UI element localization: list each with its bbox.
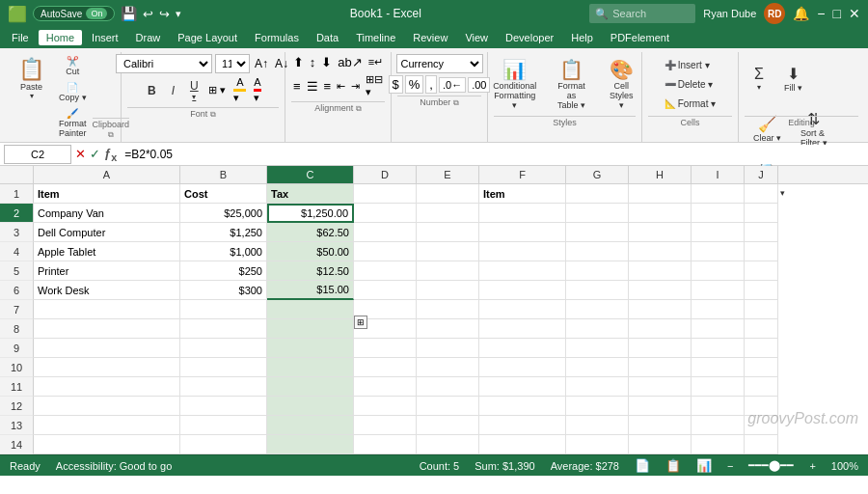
row-num-9[interactable]: 9 — [0, 339, 34, 358]
cell-E2[interactable] — [417, 204, 479, 223]
menu-help[interactable]: Help — [563, 30, 601, 45]
font-name-select[interactable]: Calibri — [116, 54, 212, 73]
cell-reference-input[interactable] — [4, 145, 71, 164]
cell-E5[interactable] — [417, 261, 479, 281]
cell-I11[interactable] — [692, 377, 745, 397]
cell-F13[interactable] — [479, 416, 566, 435]
fill-button[interactable]: ⬇ Fill ▾ — [775, 54, 811, 102]
col-header-B[interactable]: B — [180, 166, 267, 183]
comma-icon[interactable]: , — [425, 75, 437, 94]
cell-F14[interactable] — [479, 435, 566, 454]
cell-F9[interactable] — [479, 339, 566, 358]
menu-formulas[interactable]: Formulas — [247, 30, 307, 45]
fill-handle-popup[interactable]: ⊞ — [354, 316, 367, 329]
cell-H14[interactable] — [629, 435, 692, 454]
cell-D14[interactable] — [354, 435, 417, 454]
ribbon-toggle-icon[interactable]: 🔔 — [793, 6, 809, 21]
cell-G4[interactable] — [566, 242, 629, 261]
cell-A13[interactable] — [34, 416, 180, 435]
zoom-in-icon[interactable]: + — [809, 460, 815, 472]
cell-D4[interactable] — [354, 242, 417, 261]
cell-B12[interactable] — [180, 397, 267, 416]
cell-I12[interactable] — [692, 397, 745, 416]
cell-H11[interactable] — [629, 377, 692, 397]
cell-G12[interactable] — [566, 397, 629, 416]
title-search-input[interactable] — [612, 8, 690, 19]
wrap-text-icon[interactable]: ≡↵ — [366, 55, 385, 69]
border-button[interactable]: ⊞ ▾ — [205, 83, 229, 97]
cell-H1[interactable] — [629, 184, 692, 204]
user-avatar[interactable]: RD — [764, 3, 785, 24]
text-direction-icon[interactable]: ab↗ — [336, 54, 364, 70]
menu-draw[interactable]: Draw — [128, 30, 169, 45]
row-num-6[interactable]: 6 — [0, 281, 34, 300]
insert-function-icon[interactable]: ƒx — [104, 146, 117, 163]
row-num-8[interactable]: 8 — [0, 319, 34, 339]
cell-H3[interactable] — [629, 223, 692, 242]
cell-A9[interactable] — [34, 339, 180, 358]
cell-C4[interactable]: $50.00 — [267, 242, 354, 261]
cell-B7[interactable] — [180, 300, 267, 319]
cell-A10[interactable] — [34, 358, 180, 377]
cell-D6[interactable] — [354, 281, 417, 300]
cell-G7[interactable] — [566, 300, 629, 319]
cell-E7[interactable] — [417, 300, 479, 319]
cell-A3[interactable]: Dell Computer — [34, 223, 180, 242]
cell-E3[interactable] — [417, 223, 479, 242]
delete-button[interactable]: ➖ Delete ▾ — [660, 75, 720, 93]
formula-input[interactable] — [121, 145, 864, 164]
cell-F3[interactable] — [479, 223, 566, 242]
cell-C12[interactable] — [267, 397, 354, 416]
cell-C1[interactable]: Tax — [267, 184, 354, 204]
cell-A6[interactable]: Work Desk — [34, 281, 180, 300]
decrease-indent-icon[interactable]: ⇤ — [335, 79, 347, 94]
cell-F12[interactable] — [479, 397, 566, 416]
cell-F10[interactable] — [479, 358, 566, 377]
redo-icon[interactable]: ↪ — [159, 7, 170, 21]
cell-A8[interactable] — [34, 319, 180, 339]
save-icon[interactable]: 💾 — [121, 6, 137, 21]
cell-E12[interactable] — [417, 397, 479, 416]
cell-A11[interactable] — [34, 377, 180, 397]
maximize-btn[interactable]: □ — [833, 6, 841, 21]
cell-J1[interactable] — [745, 184, 778, 204]
cell-D12[interactable] — [354, 397, 417, 416]
cell-I10[interactable] — [692, 358, 745, 377]
cell-J8[interactable] — [745, 319, 778, 339]
cell-J3[interactable] — [745, 223, 778, 242]
cell-J7[interactable] — [745, 300, 778, 319]
menu-file[interactable]: File — [4, 30, 37, 45]
cell-B2[interactable]: $25,000 — [180, 204, 267, 223]
conditional-formatting-button[interactable]: 📊 ConditionalFormatting ▾ — [486, 54, 543, 114]
cell-A5[interactable]: Printer — [34, 261, 180, 281]
cell-J5[interactable] — [745, 261, 778, 281]
undo-icon[interactable]: ↩ — [143, 7, 153, 21]
row-num-2[interactable]: 2 — [0, 204, 34, 223]
cell-A1[interactable]: Item — [34, 184, 180, 204]
fill-color-button[interactable]: A ▾ — [231, 75, 249, 105]
col-header-D[interactable]: D — [354, 166, 417, 183]
cell-I5[interactable] — [692, 261, 745, 281]
menu-data[interactable]: Data — [309, 30, 346, 45]
row-num-12[interactable]: 12 — [0, 397, 34, 416]
cell-J10[interactable] — [745, 358, 778, 377]
cell-H12[interactable] — [629, 397, 692, 416]
cell-H9[interactable] — [629, 339, 692, 358]
cell-F6[interactable] — [479, 281, 566, 300]
menu-insert[interactable]: Insert — [84, 30, 126, 45]
cell-D3[interactable] — [354, 223, 417, 242]
cell-I2[interactable] — [692, 204, 745, 223]
cell-E11[interactable] — [417, 377, 479, 397]
cell-D10[interactable] — [354, 358, 417, 377]
cell-I9[interactable] — [692, 339, 745, 358]
cell-B9[interactable] — [180, 339, 267, 358]
cell-J2[interactable] — [745, 204, 778, 223]
cell-I8[interactable] — [692, 319, 745, 339]
autosum-button[interactable]: Σ ▾ — [745, 54, 773, 102]
cell-E14[interactable] — [417, 435, 479, 454]
align-right-icon[interactable]: ≡ — [322, 78, 334, 95]
cell-G10[interactable] — [566, 358, 629, 377]
cell-D11[interactable] — [354, 377, 417, 397]
paste-button[interactable]: 📋 Paste ▾ — [10, 54, 53, 102]
menu-review[interactable]: Review — [405, 30, 455, 45]
